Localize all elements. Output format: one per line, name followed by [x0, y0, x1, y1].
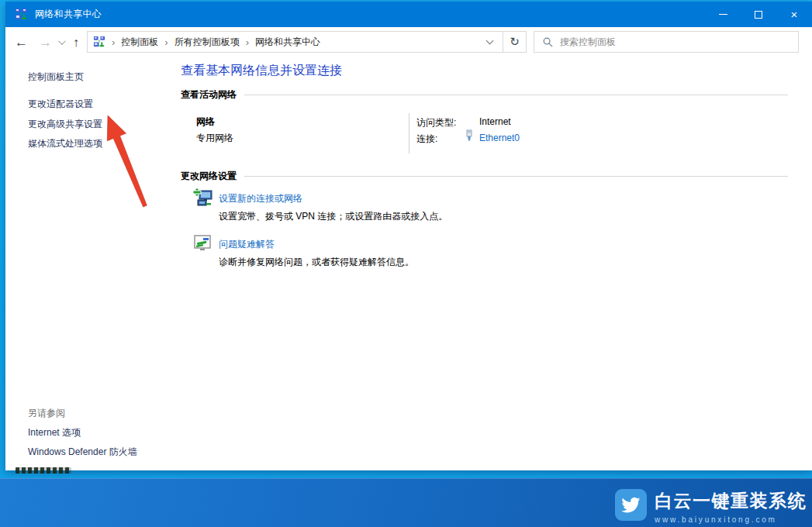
close-button[interactable]: ×: [776, 2, 812, 27]
network-sharing-center-window: 网络和共享中心 × ← → ↑ › 控制面板 › 所有控制面板项 › 网络和共享…: [5, 2, 812, 470]
breadcrumb-separator-icon: ›: [246, 36, 249, 48]
change-network-settings-label: 更改网络设置: [181, 170, 244, 183]
network-share-icon: [15, 9, 28, 21]
sidebar-item-change-adapter-settings[interactable]: 更改适配器设置: [28, 98, 93, 111]
sidebar-item-media-streaming-options[interactable]: 媒体流式处理选项: [28, 137, 102, 150]
refresh-button[interactable]: ↻: [503, 31, 527, 53]
setup-new-connection-description: 设置宽带、拨号或 VPN 连接；或设置路由器或接入点。: [219, 210, 447, 223]
breadcrumb-separator-icon: ›: [112, 36, 115, 48]
breadcrumb-separator-icon: ›: [164, 36, 168, 48]
active-network-divider: [409, 113, 409, 153]
active-networks-section-header: 查看活动网络: [181, 88, 788, 102]
back-button[interactable]: ←: [15, 36, 28, 49]
ethernet-icon: [465, 129, 474, 142]
sidebar-item-windows-defender-firewall[interactable]: Windows Defender 防火墙: [28, 446, 137, 459]
window-controls: ×: [705, 2, 812, 27]
breadcrumb-all-items[interactable]: 所有控制面板项: [174, 36, 240, 49]
watermark-bird-logo: [615, 489, 647, 521]
minimize-icon: [719, 14, 727, 15]
watermark-text: 白云一键重装系统 www.baiyunxitong.com: [655, 489, 807, 524]
access-type-label: 访问类型:: [416, 116, 456, 129]
window-content: 控制面板主页 更改适配器设置 更改高级共享设置 媒体流式处理选项 另请参阅 In…: [5, 57, 812, 470]
search-box[interactable]: [534, 31, 799, 53]
bird-icon: [621, 497, 641, 514]
troubleshoot-problems-link[interactable]: 问题疑难解答: [219, 238, 275, 251]
maximize-icon: [755, 11, 762, 19]
titlebar: 网络和共享中心 ×: [5, 2, 812, 27]
sidebar-item-change-advanced-sharing[interactable]: 更改高级共享设置: [28, 118, 102, 131]
network-profile: 专用网络: [196, 132, 233, 145]
search-icon: [543, 37, 553, 47]
desktop-footer-band: 白云一键重装系统 www.baiyunxitong.com: [0, 478, 812, 527]
address-bar[interactable]: › 控制面板 › 所有控制面板项 › 网络和共享中心: [87, 31, 503, 53]
troubleshoot-problems-description: 诊断并修复网络问题，或者获得疑难解答信息。: [219, 256, 414, 269]
setup-new-connection-link[interactable]: 设置新的连接或网络: [219, 192, 302, 205]
recent-pages-chevron-icon[interactable]: [58, 37, 66, 45]
up-button[interactable]: ↑: [73, 36, 79, 49]
breadcrumb-network-sharing-center[interactable]: 网络和共享中心: [255, 36, 320, 49]
refresh-icon: ↻: [510, 35, 520, 49]
section-divider: [244, 176, 788, 177]
maximize-button[interactable]: [741, 2, 776, 27]
address-network-icon[interactable]: [93, 36, 105, 48]
section-divider: [244, 95, 788, 95]
address-dropdown-chevron-icon[interactable]: [486, 37, 494, 45]
watermark-title: 白云一键重装系统: [655, 489, 807, 513]
watermark: 白云一键重装系统 www.baiyunxitong.com: [615, 489, 807, 524]
connection-link-ethernet0[interactable]: Ethernet0: [479, 133, 520, 143]
forward-button[interactable]: →: [39, 36, 52, 49]
access-type-value: Internet: [479, 116, 511, 127]
troubleshoot-icon[interactable]: [194, 235, 213, 252]
connection-label: 连接:: [416, 133, 437, 146]
active-networks-label: 查看活动网络: [181, 88, 244, 102]
page-title: 查看基本网络信息并设置连接: [181, 63, 342, 79]
search-input[interactable]: [560, 32, 798, 52]
change-network-settings-section-header: 更改网络设置: [181, 170, 788, 183]
network-name: 网络: [196, 115, 215, 129]
minimize-button[interactable]: [705, 2, 741, 27]
background-window-artifact: [16, 467, 71, 474]
breadcrumb-control-panel[interactable]: 控制面板: [121, 36, 158, 49]
window-title: 网络和共享中心: [35, 8, 102, 21]
navigation-bar: ← → ↑ › 控制面板 › 所有控制面板项 › 网络和共享中心 ↻: [5, 27, 812, 57]
sidebar-item-internet-options[interactable]: Internet 选项: [28, 426, 81, 439]
main-pane: 查看基本网络信息并设置连接 查看活动网络 网络 专用网络 访问类型: Inter…: [181, 57, 788, 470]
sidebar-item-control-panel-home[interactable]: 控制面板主页: [28, 71, 84, 84]
watermark-url: www.baiyunxitong.com: [655, 515, 807, 524]
close-icon: ×: [791, 9, 798, 20]
new-connection-icon[interactable]: [193, 188, 213, 208]
see-also-heading: 另请参阅: [28, 407, 65, 420]
